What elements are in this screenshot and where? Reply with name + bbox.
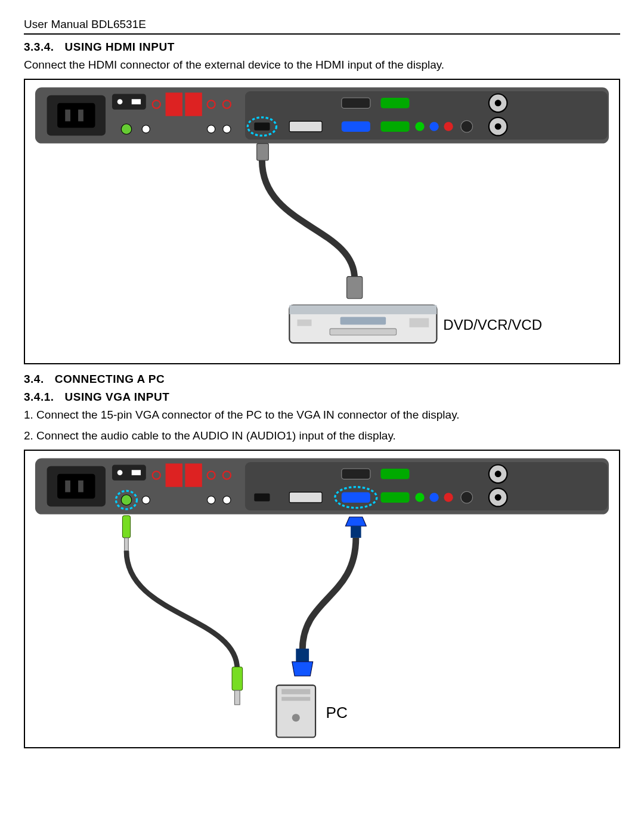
svg-point-69 xyxy=(444,493,453,502)
svg-point-70 xyxy=(461,491,473,503)
svg-point-84 xyxy=(292,714,300,721)
svg-rect-5 xyxy=(112,94,146,109)
svg-point-54 xyxy=(142,496,150,504)
svg-point-57 xyxy=(208,496,215,504)
svg-rect-21 xyxy=(342,98,370,108)
page-header: User Manual BDL6531E xyxy=(24,18,620,35)
heading-hdmi: 3.3.4.USING HDMI INPUT xyxy=(24,41,620,54)
hdmi-connection-svg: DVD/VCR/VCD xyxy=(29,83,615,357)
svg-point-26 xyxy=(429,122,438,131)
svg-point-32 xyxy=(495,123,501,129)
svg-rect-78 xyxy=(234,690,240,705)
diagram-hdmi: DVD/VCR/VCD xyxy=(24,79,620,364)
heading-number: 3.4. xyxy=(24,373,44,385)
device-label-pc: PC xyxy=(326,704,348,721)
svg-rect-49 xyxy=(166,463,182,487)
paragraph-hdmi: Connect the HDMI connector of the extern… xyxy=(24,57,620,73)
svg-point-15 xyxy=(208,125,215,133)
device-label-dvd: DVD/VCR/VCD xyxy=(443,317,542,333)
svg-point-30 xyxy=(495,100,501,106)
step-2: 2. Connect the audio cable to the AUDIO … xyxy=(24,428,620,444)
svg-rect-9 xyxy=(185,92,202,116)
diagram-vga: PC xyxy=(24,450,620,748)
svg-rect-60 xyxy=(254,494,270,501)
svg-rect-65 xyxy=(342,493,370,503)
heading-vga: 3.4.1.USING VGA INPUT xyxy=(24,391,620,404)
svg-rect-45 xyxy=(78,481,83,493)
heading-title: CONNECTING A PC xyxy=(55,373,165,385)
svg-point-68 xyxy=(429,493,438,502)
svg-rect-63 xyxy=(380,469,409,479)
svg-rect-7 xyxy=(132,99,141,104)
svg-rect-3 xyxy=(65,109,70,121)
heading-connect-pc: 3.4.CONNECTING A PC xyxy=(24,373,620,386)
svg-rect-37 xyxy=(340,317,386,324)
svg-rect-80 xyxy=(296,649,309,662)
heading-title: USING VGA INPUT xyxy=(65,391,170,403)
svg-rect-61 xyxy=(289,493,322,503)
svg-point-6 xyxy=(117,99,123,104)
svg-rect-44 xyxy=(65,481,70,493)
svg-point-58 xyxy=(223,496,231,504)
svg-rect-22 xyxy=(380,98,409,108)
svg-rect-48 xyxy=(132,470,141,475)
svg-rect-19 xyxy=(254,122,270,130)
svg-rect-79 xyxy=(351,526,361,538)
svg-rect-39 xyxy=(297,319,311,326)
svg-point-25 xyxy=(415,122,424,131)
svg-rect-33 xyxy=(257,143,269,160)
step-1: 1. Connect the 15-pin VGA connector of t… xyxy=(24,407,620,423)
svg-point-12 xyxy=(142,125,150,133)
svg-point-74 xyxy=(495,494,501,501)
svg-rect-17 xyxy=(245,91,608,140)
svg-rect-24 xyxy=(380,121,409,131)
heading-number: 3.4.1. xyxy=(24,391,54,403)
svg-rect-76 xyxy=(125,538,129,551)
svg-rect-43 xyxy=(57,474,95,499)
heading-title: USING HDMI INPUT xyxy=(65,41,175,53)
svg-rect-20 xyxy=(289,121,322,131)
svg-rect-77 xyxy=(232,667,242,690)
svg-rect-75 xyxy=(122,516,130,538)
svg-rect-59 xyxy=(245,462,608,510)
svg-point-53 xyxy=(121,495,131,505)
svg-rect-23 xyxy=(342,121,370,131)
svg-point-67 xyxy=(415,493,424,502)
svg-point-47 xyxy=(117,470,123,475)
svg-rect-82 xyxy=(281,689,310,695)
svg-rect-4 xyxy=(78,109,83,121)
svg-rect-2 xyxy=(57,103,95,128)
svg-rect-34 xyxy=(347,276,363,298)
svg-point-27 xyxy=(444,122,453,131)
svg-point-72 xyxy=(495,470,501,477)
svg-rect-38 xyxy=(330,329,397,335)
svg-point-28 xyxy=(461,120,473,132)
svg-rect-40 xyxy=(410,318,429,327)
svg-point-16 xyxy=(223,125,231,133)
svg-rect-8 xyxy=(166,92,182,116)
svg-point-11 xyxy=(121,123,131,134)
svg-rect-62 xyxy=(342,469,370,479)
svg-rect-46 xyxy=(112,465,146,481)
vga-connection-svg: PC xyxy=(29,454,615,741)
svg-rect-50 xyxy=(185,463,202,487)
svg-rect-36 xyxy=(289,305,436,314)
svg-rect-66 xyxy=(380,493,409,503)
heading-number: 3.3.4. xyxy=(24,41,54,53)
svg-rect-83 xyxy=(281,697,310,701)
